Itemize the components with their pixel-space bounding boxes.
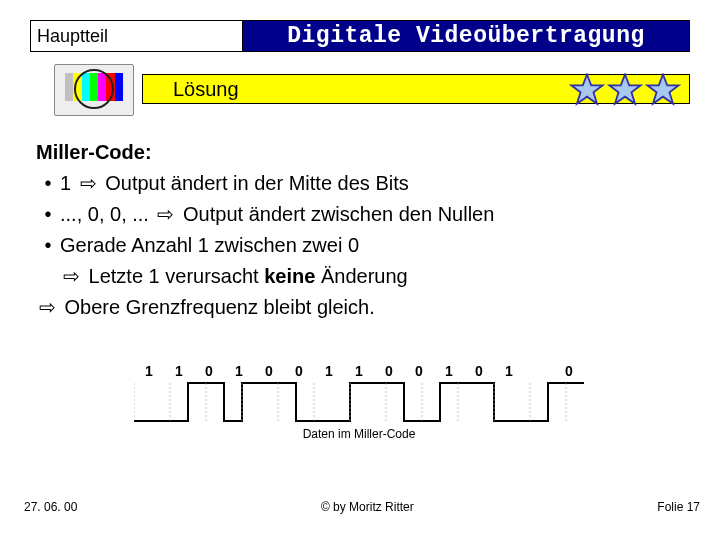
bit-label: 1: [224, 363, 254, 379]
bullet-item: • ..., 0, 0, ... ⇨ Output ändert zwische…: [36, 200, 686, 229]
footer-page: Folie 17: [657, 500, 700, 514]
subheader-label: Lösung: [143, 78, 239, 101]
sub-line: ⇨ Letzte 1 verursacht keine Änderung: [36, 262, 686, 291]
bit-label: 0: [404, 363, 434, 379]
conclusion-line: ⇨ Obere Grenzfrequenz bleibt gleich.: [36, 293, 686, 322]
svg-marker-0: [571, 75, 603, 104]
diagram-caption: Daten im Miller-Code: [134, 427, 584, 441]
bit-label: 1: [494, 363, 524, 379]
bit-label: 1: [434, 363, 464, 379]
bullet-text: Gerade Anzahl 1 zwischen zwei 0: [60, 231, 359, 260]
bit-label: 0: [374, 363, 404, 379]
bit-label: 1: [344, 363, 374, 379]
bit-label: 0: [254, 363, 284, 379]
title-text: Digitale Videoübertragung: [287, 23, 645, 49]
bit-label: 1: [314, 363, 344, 379]
bit-label: 1: [164, 363, 194, 379]
svg-marker-2: [647, 75, 679, 104]
star-icon: [645, 73, 681, 109]
bit-label: 0: [554, 363, 584, 379]
bullet-dot: •: [36, 231, 60, 260]
bit-label: 1: [134, 363, 164, 379]
bullet-item: • 1 ⇨ Output ändert in der Mitte des Bit…: [36, 169, 686, 198]
test-pattern-icon: [54, 64, 134, 116]
page-title: Digitale Videoübertragung: [243, 21, 689, 51]
arrow-icon: ⇨: [39, 293, 56, 322]
miller-code-diagram: 11010011001010 Daten im Miller-Code: [134, 363, 584, 441]
body-heading: Miller-Code:: [36, 138, 686, 167]
bullet-dot: •: [36, 200, 60, 229]
bullet-dot: •: [36, 169, 60, 198]
bit-label: 0: [284, 363, 314, 379]
svg-marker-1: [609, 75, 641, 104]
footer-date: 27. 06. 00: [24, 500, 77, 514]
star-icon: [607, 73, 643, 109]
waveform: [134, 381, 584, 425]
title-bar: Hauptteil Digitale Videoübertragung: [30, 20, 690, 52]
bit-labels: 11010011001010: [134, 363, 584, 379]
waveform-path: [134, 383, 584, 421]
section-text: Hauptteil: [37, 26, 108, 47]
subheader-row: Lösung: [30, 70, 690, 110]
bit-label: 0: [464, 363, 494, 379]
sub-line-text: ⇨ Letzte 1 verursacht keine Änderung: [60, 262, 408, 291]
footer-author: © by Moritz Ritter: [77, 500, 657, 514]
section-label: Hauptteil: [31, 21, 243, 51]
bit-label: [524, 363, 554, 379]
arrow-icon: ⇨: [63, 262, 80, 291]
bullet-text: ..., 0, 0, ... ⇨ Output ändert zwischen …: [60, 200, 494, 229]
slide-body: Miller-Code: • 1 ⇨ Output ändert in der …: [36, 138, 686, 324]
bullet-item: • Gerade Anzahl 1 zwischen zwei 0: [36, 231, 686, 260]
bullet-text: 1 ⇨ Output ändert in der Mitte des Bits: [60, 169, 409, 198]
star-icon: [569, 73, 605, 109]
bit-label: 0: [194, 363, 224, 379]
conclusion-text: ⇨ Obere Grenzfrequenz bleibt gleich.: [36, 293, 375, 322]
arrow-icon: ⇨: [157, 200, 174, 229]
subheader-bar: Lösung: [142, 74, 690, 104]
slide-footer: 27. 06. 00 © by Moritz Ritter Folie 17: [24, 500, 700, 514]
difficulty-stars: [569, 73, 681, 109]
arrow-icon: ⇨: [80, 169, 97, 198]
